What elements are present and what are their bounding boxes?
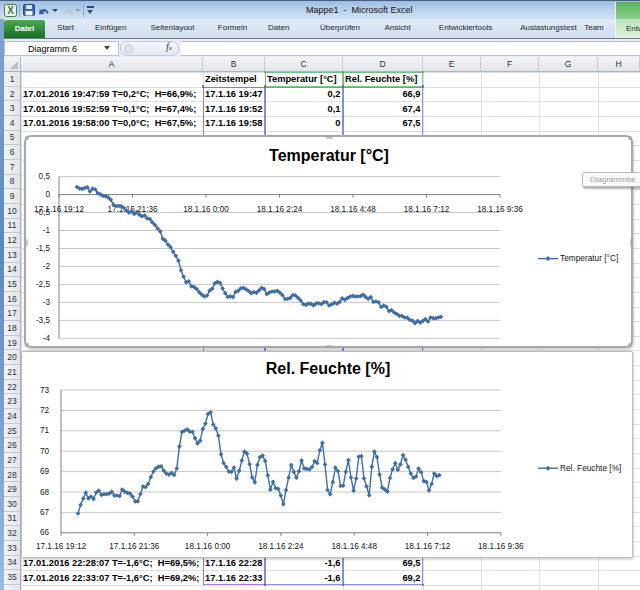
svg-text:17.1.16 21:36: 17.1.16 21:36 <box>109 542 160 551</box>
svg-text:66: 66 <box>40 528 50 537</box>
svg-text:-2,5: -2,5 <box>36 280 51 289</box>
svg-text:72: 72 <box>40 406 50 415</box>
svg-text:Temperatur [°C]: Temperatur [°C] <box>560 253 618 263</box>
svg-text:-3: -3 <box>43 298 51 307</box>
svg-text:18.1.16 7:12: 18.1.16 7:12 <box>404 205 450 214</box>
svg-text:17.1.16 19:12: 17.1.16 19:12 <box>34 205 85 214</box>
svg-text:18.1.16 7:12: 18.1.16 7:12 <box>405 542 451 551</box>
svg-text:-3,5: -3,5 <box>36 316 51 325</box>
svg-text:-2: -2 <box>43 262 51 271</box>
svg-text:68: 68 <box>40 488 50 497</box>
svg-text:67: 67 <box>40 508 50 517</box>
svg-text:0: 0 <box>45 190 50 199</box>
svg-text:18.1.16 9:36: 18.1.16 9:36 <box>477 205 523 214</box>
svg-text:71: 71 <box>40 426 50 435</box>
svg-text:17.1.16 19:12: 17.1.16 19:12 <box>36 542 87 551</box>
svg-text:18.1.16 0:00: 18.1.16 0:00 <box>183 205 229 214</box>
svg-text:18.1.16 4:48: 18.1.16 4:48 <box>330 205 376 214</box>
svg-text:69: 69 <box>40 467 50 476</box>
svg-text:18.1.16 2:24: 18.1.16 2:24 <box>257 205 303 214</box>
svg-text:-1: -1 <box>43 226 51 235</box>
svg-text:-1,5: -1,5 <box>36 244 51 253</box>
svg-text:18.1.16 2:24: 18.1.16 2:24 <box>258 542 304 551</box>
svg-text:18.1.16 0:00: 18.1.16 0:00 <box>185 542 231 551</box>
svg-text:18.1.16 4:48: 18.1.16 4:48 <box>331 542 377 551</box>
svg-text:73: 73 <box>40 386 50 395</box>
svg-text:X: X <box>7 5 14 16</box>
svg-text:Rel. Feuchte [%]: Rel. Feuchte [%] <box>560 463 621 473</box>
svg-text:70: 70 <box>40 447 50 456</box>
svg-text:-4: -4 <box>43 334 51 343</box>
svg-text:0,5: 0,5 <box>39 172 51 181</box>
svg-text:18.1.16 9:36: 18.1.16 9:36 <box>478 542 524 551</box>
